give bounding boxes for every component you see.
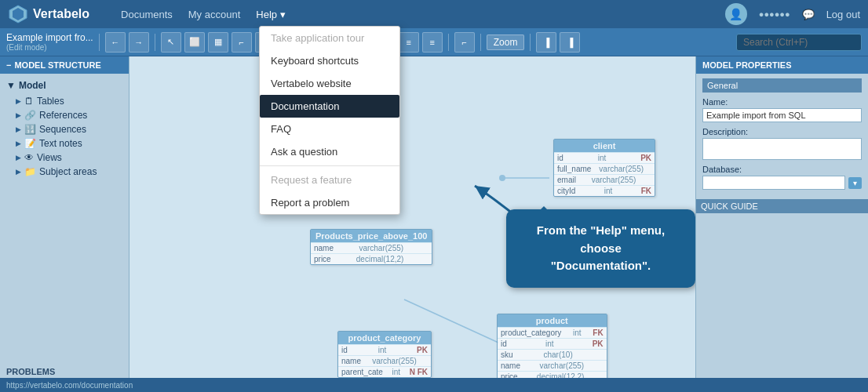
model-properties-header: MODEL PROPERTIES [696, 56, 868, 74]
refs-label: References [39, 110, 87, 121]
nav-myaccount[interactable]: My account [188, 9, 240, 20]
tree-item-tables[interactable]: ▶ 🗒 Tables [13, 94, 126, 108]
collapse-icon[interactable]: − [6, 60, 11, 70]
doc-title-area: Example import fro... (Edit mode) [6, 32, 93, 52]
undo-button[interactable]: ← [105, 32, 126, 53]
logo[interactable]: Vertabelo [8, 4, 89, 24]
menu-item-tour[interactable]: Take application tour [260, 27, 399, 49]
doc-title: Example import fro... [6, 32, 93, 43]
notifications-icon[interactable]: 💬 [802, 9, 815, 20]
table-row: name varchar(255) [311, 242, 432, 253]
left-panel: − MODEL STRUCTURE ▼ Model ▶ 🗒 Tables ▶ [0, 56, 129, 392]
select-tool[interactable]: ⬜ [184, 32, 205, 53]
view-mode-1[interactable]: ▐ [536, 32, 556, 53]
name-field-input[interactable] [702, 108, 862, 122]
nav-documents[interactable]: Documents [121, 9, 173, 20]
tables-icon: 🗒 [24, 96, 34, 107]
tree-item-textnotes[interactable]: ▶ 📝 Text notes [13, 136, 126, 151]
tree-model-root[interactable]: ▼ Model [3, 78, 126, 93]
align-right[interactable]: ≡ [422, 32, 443, 53]
toolbar-sep-8 [530, 34, 531, 51]
model-expand: ▼ [6, 80, 16, 91]
table-row: parent_cate int N FK [338, 366, 431, 377]
corner-tool[interactable]: ⌐ [454, 32, 475, 53]
nav-links: Documents My account Help ▾ [121, 9, 286, 20]
top-navigation: Vertabelo Documents My account Help ▾ 👤 … [0, 0, 868, 28]
description-field-label: Description: [702, 127, 862, 136]
menu-item-shortcuts[interactable]: Keyboard shortcuts [260, 49, 399, 72]
tree-item-subject-areas[interactable]: ▶ 📁 Subject areas [13, 165, 126, 179]
database-field-input[interactable] [702, 176, 845, 190]
general-section-title: General [702, 78, 862, 93]
zoom-button[interactable]: Zoom [487, 34, 525, 50]
table-row: name varchar(255) [498, 360, 607, 371]
svg-point-4 [499, 175, 505, 181]
table-client-header: client [554, 140, 655, 152]
panel-title: MODEL STRUCTURE [14, 60, 100, 70]
fk-tool[interactable]: ⌐ [232, 32, 252, 53]
nav-help[interactable]: Help ▾ [256, 9, 285, 20]
logout-button[interactable]: Log out [826, 9, 860, 20]
edit-mode-label: (Edit mode) [6, 43, 93, 52]
toolbar-sep-2 [155, 34, 155, 51]
menu-item-website[interactable]: Vertabelo website [260, 72, 399, 95]
tables-label: Tables [37, 96, 64, 107]
seq-expand: ▶ [16, 125, 21, 133]
table-products-price-header: Products_price_above_100 [311, 230, 432, 242]
model-properties-title: MODEL PROPERTIES [702, 60, 791, 70]
menu-item-documentation[interactable]: Documentation [260, 95, 399, 118]
toolbar-sep-7 [480, 34, 481, 51]
username-display: ●●●●●● [759, 9, 790, 19]
table-row: sku char(10) [498, 349, 607, 360]
logo-icon [8, 4, 28, 24]
logo-text: Vertabelo [33, 7, 89, 21]
areas-label: Subject areas [39, 166, 97, 177]
tree-item-views[interactable]: ▶ 👁 Views [13, 151, 126, 165]
right-panel: MODEL PROPERTIES General Name: Descripti… [695, 56, 868, 392]
refs-expand: ▶ [16, 111, 21, 119]
tree-item-sequences[interactable]: ▶ 🔢 Sequences [13, 122, 126, 136]
notes-icon: 📝 [24, 138, 36, 149]
toolbar-sep-6 [448, 34, 449, 51]
menu-item-ask[interactable]: Ask a question [260, 140, 399, 163]
status-bar: https://vertabelo.com/documentation [0, 378, 868, 392]
views-expand: ▶ [16, 154, 21, 162]
menu-separator [260, 165, 399, 166]
model-structure-header: − MODEL STRUCTURE [0, 56, 129, 74]
table-product-category: product_category id int PK name varchar(… [337, 331, 432, 378]
menu-item-feature[interactable]: Request a feature [260, 169, 399, 191]
user-avatar[interactable]: 👤 [725, 3, 747, 25]
notes-expand: ▶ [16, 140, 21, 147]
view-mode-2[interactable]: ▐ [560, 32, 580, 53]
seq-icon: 🔢 [24, 124, 36, 135]
menu-item-report[interactable]: Report a problem [260, 191, 399, 214]
table-row: id int PK [498, 338, 607, 349]
views-label: Views [37, 152, 62, 163]
editor-toolbar: Example import fro... (Edit mode) ← → ↖ … [0, 28, 868, 56]
notes-label: Text notes [39, 138, 82, 149]
search-input[interactable] [736, 34, 862, 51]
canvas-area[interactable]: client id int PK full_name varchar(255) … [129, 56, 695, 392]
description-field-input[interactable] [702, 138, 862, 160]
tooltip-text: From the "Help" menu, choose"Documentati… [537, 223, 665, 272]
table-row: full_name varchar(255) [554, 163, 655, 174]
tables-expand: ▶ [16, 97, 21, 105]
table-products-price: Products_price_above_100 name varchar(25… [310, 229, 432, 265]
menu-item-faq[interactable]: FAQ [260, 118, 399, 140]
database-button[interactable]: ▾ [848, 177, 862, 189]
cursor-tool[interactable]: ↖ [161, 32, 181, 53]
table-row: cityId int FK [554, 185, 655, 196]
table-row: name varchar(255) [338, 355, 431, 366]
tree-view: ▼ Model ▶ 🗒 Tables ▶ 🔗 References [0, 74, 129, 392]
table-product-header: product [498, 314, 607, 327]
help-dropdown-menu: Take application tour Keyboard shortcuts… [259, 26, 400, 215]
areas-icon: 📁 [24, 166, 36, 177]
table-tool[interactable]: ▦ [208, 32, 228, 53]
tree-item-references[interactable]: ▶ 🔗 References [13, 108, 126, 122]
database-field-label: Database: [702, 165, 862, 174]
model-label: Model [19, 80, 46, 91]
tree-root: ▼ Model ▶ 🗒 Tables ▶ 🔗 References [3, 78, 126, 179]
redo-button[interactable]: → [129, 32, 149, 53]
areas-expand: ▶ [16, 168, 21, 176]
align-left[interactable]: ≡ [399, 32, 419, 53]
